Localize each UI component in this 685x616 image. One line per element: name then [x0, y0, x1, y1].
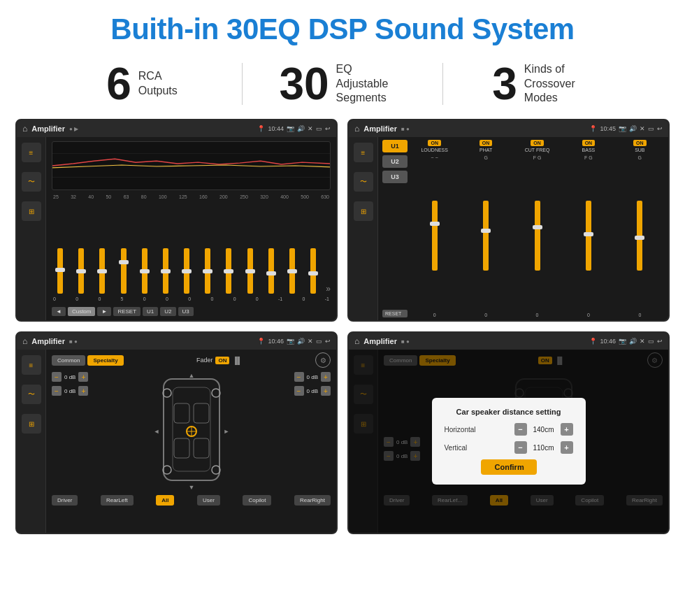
- db-minus-4[interactable]: −: [294, 386, 304, 396]
- horizontal-minus-btn[interactable]: −: [514, 423, 527, 436]
- cutfreq-slider[interactable]: [535, 201, 540, 271]
- u3-button[interactable]: U3: [382, 171, 408, 183]
- eq-u3-btn[interactable]: U3: [178, 307, 194, 316]
- eq-slider-10: [263, 248, 280, 294]
- db-minus-3[interactable]: −: [294, 372, 304, 382]
- fader-bottom: Driver RearLeft All User Copilot RearRig…: [52, 495, 331, 506]
- dialog-title: Car speaker distance setting: [445, 408, 573, 416]
- fader-on-badge[interactable]: ON: [215, 357, 229, 364]
- sub-on[interactable]: ON: [633, 140, 647, 146]
- db-plus-1[interactable]: +: [78, 372, 88, 382]
- eq-sidebar-btn-3[interactable]: ⊞: [22, 201, 41, 221]
- db-plus-4[interactable]: +: [321, 386, 331, 396]
- fader-main: Common Specialty Fader ON ▐▌ ⚙ − 0 dB: [46, 350, 336, 533]
- home-icon[interactable]: ⌂: [22, 124, 27, 134]
- fader-label: Fader: [196, 357, 213, 364]
- home-icon-2[interactable]: ⌂: [354, 124, 359, 134]
- db-minus-1[interactable]: −: [52, 372, 62, 382]
- crossover-reset-btn[interactable]: RESET: [382, 310, 408, 317]
- stat-text-crossover: Kinds of Crossover Modes: [524, 62, 594, 106]
- loudness-on[interactable]: ON: [428, 140, 441, 146]
- db-val-2: 0 dB: [64, 388, 75, 394]
- eq-sidebar-btn-2[interactable]: 〜: [22, 172, 41, 192]
- db-row-1: − 0 dB +: [52, 372, 88, 382]
- svg-text:▼: ▼: [188, 484, 194, 491]
- driver-btn[interactable]: Driver: [52, 495, 78, 506]
- eq-slider-1: [73, 248, 89, 294]
- all-btn[interactable]: All: [156, 495, 174, 506]
- eq-sliders-row: »: [52, 202, 331, 296]
- cutfreq-label: CUT FREQ: [525, 148, 550, 152]
- eq-slider-11: [284, 248, 301, 294]
- channel-loudness: ON LOUDNESS ~~ 0: [410, 140, 459, 317]
- rear-right-btn[interactable]: RearRight: [294, 495, 331, 506]
- eq-custom-btn[interactable]: Custom: [68, 307, 96, 316]
- stat-text-eq: EQ Adjustable Segments: [336, 62, 406, 106]
- crossover-channels: ON LOUDNESS ~~ 0 ON PHAT G: [410, 140, 664, 317]
- copilot-btn[interactable]: Copilot: [243, 495, 271, 506]
- stat-eq: 30 EQ Adjustable Segments: [243, 62, 442, 106]
- sub-slider[interactable]: [637, 201, 642, 271]
- eq-main: 253240506380 100125160200250320 40050063…: [46, 137, 336, 320]
- db-row-3: − 0 dB +: [294, 372, 331, 382]
- crossover-sidebar-btn-3[interactable]: ⊞: [354, 201, 373, 221]
- vertical-plus-btn[interactable]: +: [561, 441, 573, 454]
- fader-right-db: − 0 dB + − 0 dB +: [294, 372, 331, 491]
- db-plus-2[interactable]: +: [78, 386, 88, 396]
- dialog-horizontal-row: Horizontal − 140cm +: [445, 423, 573, 436]
- eq-next-btn[interactable]: ►: [97, 307, 111, 316]
- eq-slider-2: [94, 248, 110, 294]
- fader-sidebar-btn-3[interactable]: ⊞: [22, 414, 41, 434]
- home-icon-4[interactable]: ⌂: [354, 336, 359, 346]
- channel-phat: ON PHAT G 0: [461, 140, 510, 317]
- vertical-controls: − 110cm +: [514, 441, 573, 454]
- home-icon-3[interactable]: ⌂: [22, 336, 27, 346]
- distance-dialog: Car speaker distance setting Horizontal …: [432, 398, 586, 485]
- eq-slider-6: [178, 248, 195, 294]
- screen-eq-status: 📍 10:44 📷 🔊 ✕ ▭ ↩: [257, 125, 331, 132]
- vertical-minus-btn[interactable]: −: [514, 441, 527, 454]
- crossover-sidebar-btn-1[interactable]: ≡: [354, 143, 373, 162]
- confirm-button[interactable]: Confirm: [481, 459, 537, 475]
- eq-slider-3: [115, 248, 132, 294]
- eq-u1-btn[interactable]: U1: [143, 307, 158, 316]
- phat-slider[interactable]: [483, 201, 489, 271]
- bass-on[interactable]: ON: [582, 140, 596, 146]
- eq-reset-btn[interactable]: RESET: [113, 307, 140, 316]
- rear-left-btn[interactable]: RearLeft: [101, 495, 134, 506]
- bass-label: BASS: [582, 148, 596, 152]
- tab-specialty[interactable]: Specialty: [87, 355, 123, 366]
- crossover-sidebar-btn-2[interactable]: 〜: [354, 172, 373, 192]
- eq-prev-btn[interactable]: ◄: [52, 307, 66, 316]
- db-minus-2[interactable]: −: [52, 386, 62, 396]
- fader-sidebar-btn-2[interactable]: 〜: [22, 385, 41, 404]
- user-btn[interactable]: User: [197, 495, 220, 506]
- screen-fader-title: Amplifier: [31, 337, 65, 345]
- tab-common[interactable]: Common: [52, 355, 85, 366]
- horizontal-plus-btn[interactable]: +: [561, 423, 573, 436]
- u2-button[interactable]: U2: [382, 155, 408, 168]
- eq-graph: [52, 141, 331, 190]
- eq-sidebar-btn-1[interactable]: ≡: [22, 143, 41, 162]
- screen-crossover-content: ≡ 〜 ⊞ U1 U2 U3 RESET ON LOUDNESS ~~: [349, 137, 668, 320]
- cutfreq-on[interactable]: ON: [531, 140, 544, 146]
- stat-number-eq: 30: [279, 62, 329, 106]
- screen-eq: ⌂ Amplifier ● ▶ 📍 10:44 📷 🔊 ✕ ▭ ↩ ≡ 〜 ⊞: [15, 119, 338, 322]
- eq-slider-12: [305, 248, 322, 294]
- phat-on[interactable]: ON: [480, 140, 493, 146]
- fader-body: − 0 dB + − 0 dB +: [52, 372, 331, 491]
- db-plus-3[interactable]: +: [321, 372, 331, 382]
- fader-sidebar-btn-1[interactable]: ≡: [22, 355, 41, 375]
- loudness-slider[interactable]: [432, 201, 438, 271]
- db-val-3: 0 dB: [307, 374, 318, 380]
- eq-u2-btn[interactable]: U2: [160, 307, 175, 316]
- u1-button[interactable]: U1: [382, 140, 408, 152]
- svg-rect-7: [174, 438, 189, 458]
- settings-icon[interactable]: ⚙: [315, 352, 331, 368]
- crossover-u-buttons: U1 U2 U3 RESET: [382, 140, 408, 317]
- svg-rect-5: [174, 403, 189, 423]
- eq-slider-9: [242, 248, 259, 294]
- more-icon: »: [326, 284, 331, 294]
- bass-slider[interactable]: [586, 201, 591, 271]
- screen-eq-content: ≡ 〜 ⊞ 2: [17, 137, 336, 320]
